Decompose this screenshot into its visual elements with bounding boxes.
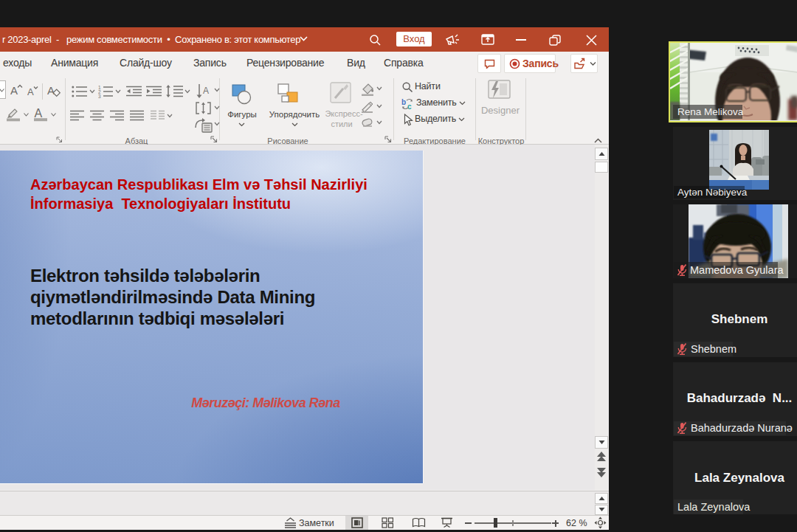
svg-text:A: A (47, 84, 55, 97)
svg-text:A: A (10, 84, 18, 96)
svg-text:A: A (203, 86, 209, 96)
svg-text:3: 3 (98, 94, 101, 99)
svg-text:b: b (401, 98, 406, 106)
svg-text:A: A (35, 107, 43, 120)
svg-text:c: c (407, 103, 412, 110)
svg-text:A: A (27, 86, 34, 96)
